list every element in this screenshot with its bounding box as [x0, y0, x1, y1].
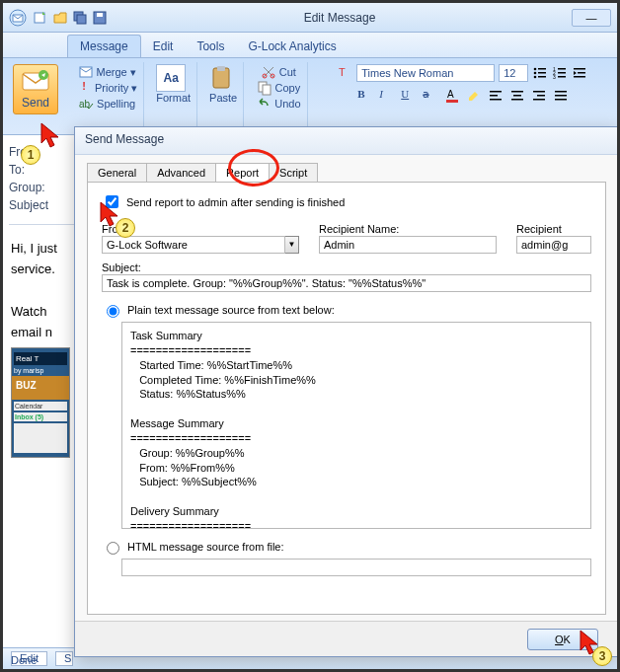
numbering-icon[interactable]: 123 — [552, 65, 568, 81]
align-right-icon[interactable] — [531, 88, 547, 104]
plain-text-radio[interactable] — [107, 305, 119, 318]
subject-input[interactable]: Task is complete. Group: "%%Group%%". St… — [102, 274, 591, 292]
font-color-icon[interactable]: A — [444, 88, 460, 104]
align-center-icon[interactable] — [509, 88, 525, 104]
from-combo-arrow[interactable]: ▼ — [285, 236, 299, 254]
merge-button[interactable]: Merge ▾ — [78, 64, 136, 80]
embedded-thumbnail: Real T by marisp BUZ Calendar Inbox (5) — [11, 347, 70, 458]
svg-rect-20 — [538, 72, 546, 74]
svg-rect-24 — [558, 68, 566, 70]
svg-text:T: T — [339, 66, 346, 78]
tab-general[interactable]: General — [87, 163, 147, 182]
minimize-button[interactable]: — — [572, 9, 611, 27]
spelling-button[interactable]: abSpelling — [78, 96, 135, 112]
tab-advanced[interactable]: Advanced — [146, 163, 216, 182]
tab-edit[interactable]: Edit — [141, 36, 186, 57]
svg-rect-43 — [555, 91, 567, 93]
tab-tools[interactable]: Tools — [185, 36, 236, 57]
qat-saveall-icon[interactable] — [72, 10, 88, 26]
recipient-input[interactable]: admin@g — [516, 236, 591, 254]
underline-icon[interactable]: U — [401, 88, 417, 104]
qat-open-icon[interactable] — [52, 10, 68, 26]
group-label: Group: — [9, 181, 58, 194]
undo-button[interactable]: Undo — [256, 96, 300, 112]
qat-save-icon[interactable] — [92, 10, 108, 26]
svg-rect-38 — [513, 95, 521, 97]
tab-message[interactable]: Message — [67, 35, 141, 57]
svg-rect-35 — [490, 95, 498, 97]
cursor-icon-2 — [98, 200, 123, 230]
svg-rect-22 — [538, 76, 546, 78]
svg-rect-33 — [446, 100, 458, 103]
svg-rect-18 — [538, 68, 546, 70]
subject-field-label: Subject: — [102, 261, 591, 273]
svg-rect-44 — [555, 95, 567, 97]
strike-icon[interactable]: a̶ — [423, 88, 438, 104]
bullets-icon[interactable] — [532, 65, 548, 81]
font-type-icon: T — [339, 65, 352, 81]
svg-rect-34 — [490, 91, 502, 93]
dialog-title: Send Message — [75, 127, 618, 155]
svg-rect-42 — [533, 99, 545, 101]
indent-icon[interactable] — [572, 65, 587, 81]
font-size-select[interactable]: 12 — [499, 64, 528, 82]
highlight-icon[interactable] — [466, 88, 482, 104]
app-icon — [9, 9, 27, 27]
svg-rect-3 — [77, 15, 86, 24]
svg-text:A: A — [447, 89, 454, 100]
align-left-icon[interactable] — [488, 88, 504, 104]
status-s-tab[interactable]: S — [55, 651, 73, 666]
format-button[interactable]: Aa Format — [156, 64, 191, 104]
svg-rect-36 — [490, 99, 502, 101]
status-done: Done — [11, 654, 37, 666]
svg-rect-30 — [578, 72, 585, 74]
svg-rect-45 — [555, 99, 567, 101]
recipient-name-input[interactable]: Admin — [319, 236, 497, 254]
recipient-label: Recipient — [516, 223, 591, 235]
svg-rect-26 — [558, 72, 566, 74]
svg-text:3: 3 — [553, 74, 556, 80]
svg-rect-37 — [511, 91, 523, 93]
report-text-area[interactable]: Task Summary =================== Started… — [121, 322, 591, 529]
send-button[interactable]: Send — [13, 64, 58, 114]
svg-point-17 — [534, 68, 537, 71]
tab-report[interactable]: Report — [215, 163, 270, 182]
font-select[interactable]: Times New Roman — [356, 64, 495, 82]
html-file-radio-label: HTML message source from file: — [127, 541, 284, 553]
svg-point-21 — [534, 76, 537, 79]
cut-button[interactable]: Cut — [261, 64, 296, 80]
italic-icon[interactable]: I — [379, 88, 395, 104]
cursor-icon-3 — [578, 629, 603, 658]
svg-rect-5 — [97, 13, 103, 17]
svg-rect-28 — [558, 76, 566, 78]
svg-rect-40 — [533, 91, 545, 93]
send-label: Send — [22, 96, 49, 110]
svg-point-19 — [534, 72, 537, 75]
from-combo[interactable]: G-Lock Software — [102, 236, 285, 254]
svg-rect-31 — [574, 76, 585, 78]
recipient-name-label: Recipient Name: — [319, 223, 497, 235]
html-file-input[interactable] — [121, 559, 591, 576]
svg-rect-41 — [537, 95, 545, 97]
send-message-dialog: Send Message General Advanced Report Scr… — [74, 126, 619, 657]
subject-label: Subject — [9, 198, 58, 212]
svg-rect-15 — [263, 85, 271, 95]
priority-button[interactable]: !Priority ▾ — [76, 80, 137, 96]
to-label: To: — [9, 163, 58, 177]
cursor-icon-1 — [39, 121, 64, 151]
qat-new-icon[interactable] — [33, 10, 48, 26]
send-report-label: Send report to admin after sending is fi… — [126, 196, 345, 208]
tab-glock[interactable]: G-Lock Analytics — [236, 36, 348, 57]
annotation-badge-1: 1 — [21, 145, 40, 165]
svg-rect-29 — [574, 68, 585, 70]
copy-button[interactable]: Copy — [257, 80, 301, 96]
tab-script[interactable]: Script — [269, 163, 318, 182]
window-title: Edit Message — [108, 11, 572, 25]
justify-icon[interactable] — [553, 88, 569, 104]
paste-button[interactable]: Paste — [209, 64, 237, 104]
plain-text-radio-label: Plain text message source from text belo… — [127, 304, 335, 316]
bold-icon[interactable]: B — [357, 88, 373, 104]
svg-rect-11 — [217, 66, 225, 71]
html-file-radio[interactable] — [107, 542, 119, 555]
svg-rect-39 — [511, 99, 523, 101]
